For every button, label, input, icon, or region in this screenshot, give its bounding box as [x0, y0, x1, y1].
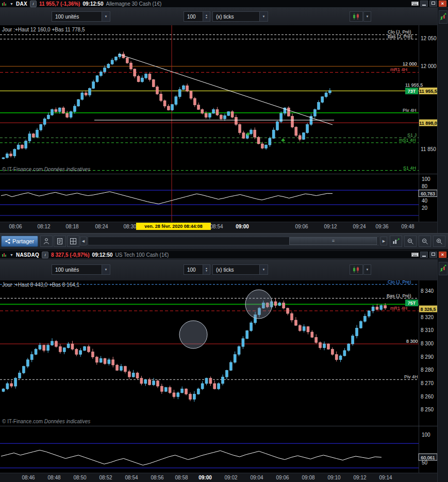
- crosshair-timestamp: ven. 28 févr. 2020 08:44:08: [136, 223, 211, 230]
- candle: [197, 105, 200, 110]
- candle: [238, 346, 240, 354]
- zoom-history-button[interactable]: [390, 236, 402, 247]
- time-label: 08:56: [151, 475, 163, 480]
- minimize-button[interactable]: [420, 1, 428, 7]
- trader-profile-button[interactable]: [40, 236, 53, 247]
- time-label: 09:36: [375, 224, 388, 229]
- nasdaq-indicator-panel[interactable]: 1005060,061: [0, 426, 437, 473]
- indicator-axis-label: 100: [422, 432, 430, 438]
- minimize-button[interactable]: [420, 252, 428, 258]
- scroll-left-button[interactable]: ◀: [80, 237, 87, 245]
- scrollbar-thumb[interactable]: ≡: [289, 237, 377, 245]
- price-axis-label: 8 310: [421, 327, 434, 333]
- candle: [99, 358, 102, 362]
- candle: [40, 124, 42, 130]
- candle: [315, 337, 318, 342]
- candle: [17, 145, 20, 149]
- nasdaq-window: ▼ NASDAQ i 8 327,5 (-0,97%) 09:12:50 US …: [0, 251, 448, 482]
- price-axis-label: 8 290: [421, 354, 434, 360]
- candle: [59, 346, 61, 352]
- candle: [303, 327, 305, 331]
- candle: [21, 145, 23, 148]
- info-icon[interactable]: i: [30, 1, 37, 7]
- price-axis-label: 8 300: [421, 341, 434, 346]
- level-label: mS1 4H: [399, 138, 416, 143]
- candle: [257, 137, 260, 144]
- zoom-in-button[interactable]: [433, 236, 445, 247]
- dax-time-axis[interactable]: ven. 28 févr. 2020 08:44:0808:0608:1208:…: [0, 222, 437, 233]
- chart-type-dropdown[interactable]: ▼: [363, 11, 371, 22]
- candle: [47, 115, 49, 119]
- symbol-dropdown-icon[interactable]: ▼: [10, 0, 13, 8]
- detection-tool-button[interactable]: [439, 262, 447, 275]
- chart-type-button[interactable]: [350, 264, 363, 275]
- candle: [178, 90, 181, 97]
- chart-scrollbar[interactable]: ≡: [88, 237, 379, 245]
- units-dropdown[interactable]: 100 unités ▼: [52, 11, 110, 22]
- notes-button[interactable]: [54, 236, 66, 247]
- quote-time: 09:12:50: [92, 252, 113, 258]
- candle: [58, 108, 61, 112]
- candle: [51, 109, 54, 115]
- zoom-out-button[interactable]: [419, 236, 431, 247]
- tick-counter-box-label: 73T: [408, 89, 416, 94]
- ticks-count-input[interactable]: 100 ▲ ▼: [184, 264, 210, 275]
- clover-marker: ♣: [281, 137, 285, 143]
- candle: [356, 328, 358, 336]
- symbol-dropdown-icon[interactable]: ▼: [10, 251, 13, 259]
- units-value: 100 unités: [52, 267, 102, 273]
- share-button[interactable]: Partager: [1, 236, 38, 247]
- last-price: 11 955,7 (-1,36%): [39, 1, 80, 7]
- close-button[interactable]: ×: [439, 252, 446, 258]
- zoom-in-icon: [436, 238, 443, 245]
- scroll-right-button[interactable]: ▶: [380, 237, 387, 245]
- time-label: 09:12: [324, 224, 337, 229]
- candle: [181, 389, 184, 393]
- chart-type-button[interactable]: [350, 11, 363, 22]
- spin-down-icon[interactable]: ▼: [205, 16, 208, 19]
- restore-button[interactable]: [429, 252, 437, 258]
- nasdaq-time-axis[interactable]: 08:4608:4808:5008:5208:5408:5608:5809:00…: [0, 473, 437, 482]
- clover-marker: ♣: [246, 130, 250, 137]
- candle: [108, 360, 110, 364]
- time-label: 08:54: [125, 475, 138, 480]
- ticks-count-value: 100: [184, 14, 203, 20]
- dax-indicator-panel[interactable]: 1008060402060,783: [0, 174, 437, 222]
- grid-view-button[interactable]: [67, 236, 79, 247]
- candle: [32, 134, 35, 137]
- indicator-axis-label: 20: [422, 205, 428, 211]
- candle: [278, 303, 281, 306]
- candle: [79, 351, 82, 355]
- ticks-count-input[interactable]: 100 ▲ ▼: [184, 11, 210, 22]
- ticks-unit-value: (x) ticks: [213, 14, 259, 20]
- units-dropdown[interactable]: 100 unités ▼: [52, 264, 110, 275]
- candle: [28, 134, 31, 141]
- nasdaq-price-chart[interactable]: Clo (J, Pré)Bas (J, Pré)mR1 4H8 300Piv 4…: [0, 280, 437, 426]
- nasdaq-right-rail: [437, 259, 448, 482]
- candle: [13, 149, 16, 156]
- chart-type-dropdown[interactable]: ▼: [363, 264, 371, 275]
- candle: [10, 154, 12, 156]
- candle: [96, 76, 98, 82]
- dropdown-arrow-icon: ▼: [102, 265, 110, 274]
- restore-button[interactable]: [429, 1, 437, 7]
- candle: [130, 63, 132, 69]
- dax-price-chart[interactable]: Clo (J, Pré)Bas (J, Pré)12 000mR1 4H11 9…: [0, 25, 437, 174]
- zoom-fit-button[interactable]: [404, 236, 417, 247]
- info-icon[interactable]: i: [42, 252, 48, 258]
- annotation-ellipse: [179, 321, 207, 348]
- level-label: mR1 4H: [390, 306, 407, 311]
- last-price-box-label: 8 326,5: [420, 307, 436, 312]
- detection-tool-button[interactable]: [439, 10, 447, 24]
- keyboard-icon[interactable]: [411, 1, 419, 6]
- ticks-unit-dropdown[interactable]: (x) ticks ▼: [212, 264, 268, 275]
- candle: [250, 323, 253, 330]
- grid-icon: [70, 238, 77, 245]
- time-label: 08:54: [210, 224, 223, 229]
- trading-workspace: ▼ DAX i 11 955,7 (-1,36%) 09:12:50 Allem…: [0, 0, 448, 482]
- close-button[interactable]: ×: [439, 1, 446, 7]
- ticks-unit-dropdown[interactable]: (x) ticks ▼: [212, 11, 268, 22]
- keyboard-icon[interactable]: [411, 252, 419, 257]
- candle: [216, 109, 219, 115]
- spin-down-icon[interactable]: ▼: [205, 270, 208, 272]
